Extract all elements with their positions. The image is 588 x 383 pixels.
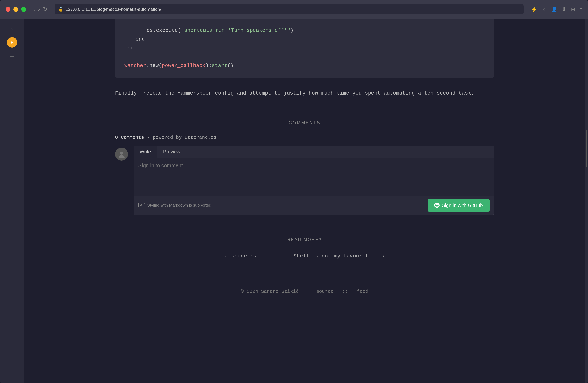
profile-icon[interactable]: 👤: [551, 6, 558, 12]
code-line-blank: [124, 53, 485, 61]
github-icon: [434, 203, 440, 208]
scrollbar-thumb[interactable]: [586, 130, 588, 167]
comment-count-number: 0 Comments: [115, 135, 144, 140]
markdown-icon: M↓: [138, 203, 145, 207]
comment-textarea[interactable]: [134, 158, 494, 195]
read-more-section: READ MORE? ← space.rs Shell is not my fa…: [115, 237, 494, 259]
minimize-button[interactable]: [13, 7, 18, 12]
sidebar: ⌄ P +: [0, 19, 24, 383]
commenter-avatar: [115, 148, 128, 161]
footer-source-link[interactable]: source: [316, 289, 334, 294]
download-icon[interactable]: ⬇: [562, 6, 566, 12]
traffic-lights: [6, 7, 26, 12]
browser-window: ‹ › ↻ 🔒 127.0.0.1:1111/blog/macos-homeki…: [0, 0, 588, 383]
comments-header: COMMENTS: [115, 120, 494, 125]
code-block: os.execute("shortcuts run 'Turn speakers…: [115, 19, 494, 78]
prev-post-link[interactable]: ← space.rs: [225, 253, 256, 259]
sidebar-avatar[interactable]: P: [7, 37, 17, 48]
comments-count: 0 Comments - powered by utteranc.es: [115, 135, 494, 140]
sidebar-collapse-button[interactable]: ⌄: [6, 22, 18, 33]
next-post-link[interactable]: Shell is not my favourite … →: [294, 253, 384, 259]
star-icon[interactable]: ☆: [542, 6, 546, 12]
sidebar-add-button[interactable]: +: [6, 51, 18, 62]
main-content: os.execute("shortcuts run 'Turn speakers…: [24, 19, 585, 383]
nav-buttons: ‹ › ↻: [33, 7, 47, 12]
svg-point-0: [120, 152, 123, 155]
section-divider-1: [115, 113, 494, 113]
page-wrapper: os.execute("shortcuts run 'Turn speakers…: [100, 19, 509, 305]
tab-preview[interactable]: Preview: [157, 146, 186, 158]
toolbar-icons: ⚡ ☆ 👤 ⬇ ⊞ ≡: [531, 6, 582, 12]
tab-write[interactable]: Write: [134, 146, 157, 158]
footer-separator: ::: [342, 289, 348, 294]
forward-button[interactable]: ›: [38, 7, 40, 12]
code-line-2: end: [124, 35, 485, 44]
powered-by-text: - powered by utteranc.es: [147, 135, 216, 140]
browser-body: ⌄ P + os.execute("shortcuts run 'Turn sp…: [0, 19, 588, 383]
sign-in-github-button[interactable]: Sign in with GitHub: [428, 199, 489, 212]
maximize-button[interactable]: [21, 7, 26, 12]
comment-editor: Write Preview M↓ Styling with Markdown i…: [134, 146, 494, 215]
footer-copyright: © 2024 Sandro Stikić ::: [241, 289, 308, 294]
security-icon: 🔒: [58, 7, 63, 12]
editor-footer: M↓ Styling with Markdown is supported: [134, 196, 494, 215]
footer-feed-link[interactable]: feed: [357, 289, 368, 294]
comments-section: COMMENTS 0 Comments - powered by utteran…: [115, 120, 494, 215]
sign-in-button-label: Sign in with GitHub: [442, 202, 483, 208]
code-line-3: end: [124, 44, 485, 53]
back-button[interactable]: ‹: [33, 7, 35, 12]
markdown-badge: M↓ Styling with Markdown is supported: [138, 203, 211, 208]
editor-tabs: Write Preview: [134, 146, 494, 158]
markdown-label: Styling with Markdown is supported: [147, 203, 211, 208]
svg-point-1: [119, 155, 125, 158]
code-line-1: os.execute("shortcuts run 'Turn speakers…: [124, 26, 485, 35]
close-button[interactable]: [6, 7, 10, 12]
extensions-icon[interactable]: ⚡: [531, 6, 537, 12]
read-more-header: READ MORE?: [115, 237, 494, 242]
reload-button[interactable]: ↻: [43, 7, 47, 12]
apps-icon[interactable]: ⊞: [571, 6, 575, 12]
menu-icon[interactable]: ≡: [579, 6, 582, 12]
read-more-links: ← space.rs Shell is not my favourite … →: [115, 253, 494, 259]
footer: © 2024 Sandro Stikić :: source :: feed: [115, 274, 494, 305]
scrollbar-track[interactable]: [585, 19, 588, 383]
url-text: 127.0.0.1:1111/blog/macos-homekit-automa…: [66, 7, 161, 12]
browser-titlebar: ‹ › ↻ 🔒 127.0.0.1:1111/blog/macos-homeki…: [0, 0, 588, 19]
address-bar-container: 🔒 127.0.0.1:1111/blog/macos-homekit-auto…: [55, 4, 524, 15]
article-paragraph: Finally, reload the Hammerspoon config a…: [115, 89, 494, 98]
comment-form-area: Write Preview M↓ Styling with Markdown i…: [115, 146, 494, 215]
address-bar[interactable]: 🔒 127.0.0.1:1111/blog/macos-homekit-auto…: [55, 4, 524, 15]
code-line-watcher: watcher.new(power_callback):start(): [124, 61, 485, 70]
